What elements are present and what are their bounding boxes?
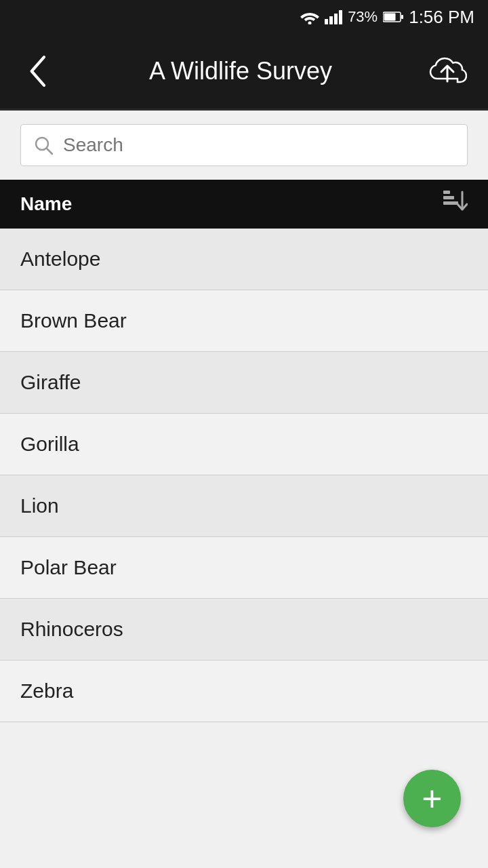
svg-rect-4: [339, 10, 342, 24]
list-item[interactable]: Gorilla: [0, 414, 488, 475]
svg-rect-6: [384, 14, 396, 21]
add-icon: +: [422, 781, 442, 816]
column-name-label: Name: [20, 193, 72, 215]
svg-rect-3: [334, 14, 338, 24]
search-input[interactable]: [63, 134, 455, 156]
svg-rect-11: [443, 191, 450, 194]
list-item[interactable]: Brown Bear: [0, 290, 488, 352]
svg-rect-7: [401, 15, 403, 19]
battery-percent: 73%: [348, 8, 378, 26]
battery-icon: [383, 11, 403, 23]
svg-line-10: [47, 149, 52, 154]
app-bar: A Wildlife Survey: [0, 34, 488, 108]
back-button[interactable]: [17, 54, 58, 88]
svg-point-0: [308, 22, 312, 25]
list-item[interactable]: Zebra: [0, 660, 488, 722]
svg-rect-13: [443, 201, 458, 205]
status-bar: 73% 1:56 PM: [0, 0, 488, 34]
list-item[interactable]: Antelope: [0, 229, 488, 290]
wildlife-list: AntelopeBrown BearGiraffeGorillaLionPola…: [0, 229, 488, 722]
wifi-icon: [300, 9, 319, 24]
upload-button[interactable]: [424, 51, 471, 92]
table-header[interactable]: Name: [0, 180, 488, 229]
list-item[interactable]: Lion: [0, 475, 488, 537]
list-item[interactable]: Polar Bear: [0, 537, 488, 599]
list-item[interactable]: Giraffe: [0, 352, 488, 414]
upload-icon: [428, 54, 467, 88]
search-icon: [33, 135, 54, 155]
svg-rect-12: [443, 196, 454, 199]
svg-rect-2: [329, 16, 333, 24]
status-icons: 73% 1:56 PM: [300, 7, 474, 28]
search-container: [0, 111, 488, 180]
signal-icon: [325, 9, 342, 24]
svg-rect-1: [325, 19, 328, 24]
search-input-wrapper[interactable]: [20, 124, 468, 166]
app-bar-title: A Wildlife Survey: [58, 57, 424, 85]
sort-button[interactable]: [442, 189, 468, 220]
add-button[interactable]: +: [403, 770, 461, 827]
status-time: 1:56 PM: [409, 7, 474, 28]
list-item[interactable]: Rhinoceros: [0, 599, 488, 660]
